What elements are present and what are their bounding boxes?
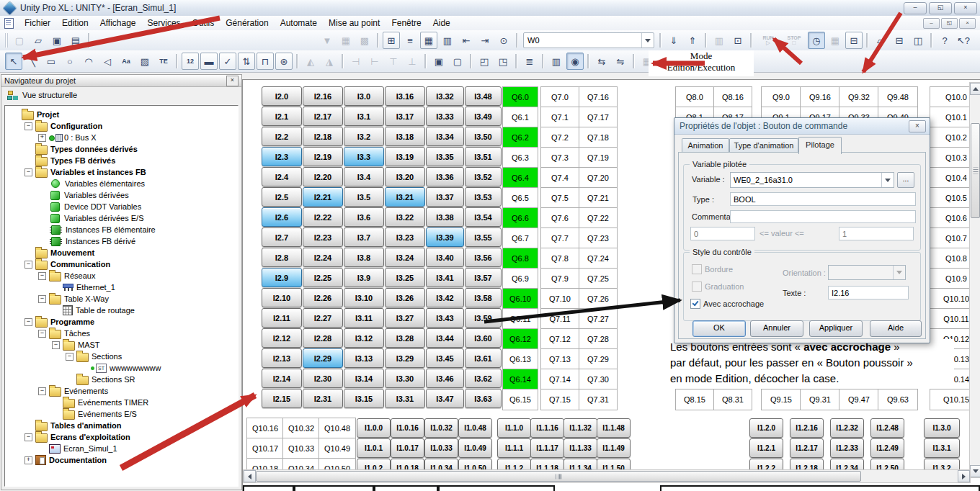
- input-button-I1.1.16[interactable]: I1.1.16: [530, 418, 564, 438]
- tree-expander-minus[interactable]: −: [52, 341, 60, 349]
- tile-vertical-icon[interactable]: ◫: [909, 32, 927, 49]
- flip-horizontal-icon[interactable]: ◭: [302, 53, 319, 70]
- input-button-I1.2.0[interactable]: I1.2.0: [749, 418, 783, 438]
- input-button-I3.13[interactable]: I3.13: [344, 348, 384, 368]
- horizontal-scroll-thumb[interactable]: [256, 471, 861, 482]
- ungroup-objects-icon[interactable]: ▢: [449, 53, 466, 70]
- variable-combo[interactable]: WE0_2_16a31.0: [730, 172, 894, 188]
- input-button-I3.31[interactable]: I3.31: [385, 389, 425, 408]
- plc-panel-icon[interactable]: ⊟: [845, 32, 863, 49]
- link-vertical-icon[interactable]: ⇋: [612, 53, 629, 70]
- properties-icon[interactable]: ≣: [521, 53, 538, 70]
- input-button-I2.12[interactable]: I2.12: [262, 328, 302, 348]
- tree-item-ev-nements[interactable]: −Evénements: [5, 385, 238, 397]
- input-button-I1.3.0[interactable]: I1.3.0: [924, 418, 960, 438]
- apply-button[interactable]: Appliquer: [809, 320, 863, 337]
- structural-view-icon[interactable]: ≡: [401, 32, 419, 49]
- io-table-icon[interactable]: ▦: [827, 32, 844, 49]
- graduation-checkbox[interactable]: [692, 281, 702, 292]
- input-button-I3.29[interactable]: I3.29: [385, 348, 425, 368]
- browse-variable-button[interactable]: ...: [897, 172, 914, 188]
- text-field-tool-icon[interactable]: TE: [155, 53, 172, 70]
- min-value-field[interactable]: 0: [690, 227, 755, 240]
- input-button-I3.6[interactable]: I3.6: [344, 207, 384, 227]
- simulation-mode-icon[interactable]: ◷: [808, 32, 825, 49]
- search-binoculars-icon[interactable]: ⊙: [495, 32, 512, 49]
- print-icon[interactable]: ▤: [67, 32, 84, 49]
- input-button-I3.61[interactable]: I3.61: [465, 348, 502, 368]
- input-button-I3.53[interactable]: I3.53: [465, 187, 502, 207]
- data-editor-icon[interactable]: ▦: [420, 32, 437, 49]
- tab-type-animation[interactable]: Type d'animation: [729, 138, 798, 153]
- input-button-I2.6[interactable]: I2.6: [262, 207, 302, 227]
- minimize-button[interactable]: –: [904, 2, 927, 14]
- input-button-I1.2.32[interactable]: I1.2.32: [830, 418, 864, 438]
- tree-item-communication[interactable]: −Communication: [5, 258, 238, 270]
- menu-services[interactable]: Services: [142, 17, 187, 30]
- input-button-I3.44[interactable]: I3.44: [426, 328, 464, 348]
- new-file-icon[interactable]: ▢: [11, 32, 28, 49]
- tree-expander-minus[interactable]: −: [24, 318, 32, 326]
- input-button-I3.49[interactable]: I3.49: [465, 107, 502, 126]
- menu-affichage[interactable]: Affichage: [94, 17, 142, 30]
- input-button-I3.57[interactable]: I3.57: [465, 268, 502, 287]
- group-objects-icon[interactable]: ▣: [430, 53, 447, 70]
- input-button-I3.56[interactable]: I3.56: [465, 248, 502, 267]
- context-help-icon[interactable]: ↖?: [955, 32, 972, 49]
- input-button-I2.0[interactable]: I2.0: [262, 86, 302, 106]
- input-button-I3.36[interactable]: I3.36: [426, 167, 464, 186]
- numeric-display-tool-icon[interactable]: 12: [182, 53, 199, 70]
- export-icon[interactable]: ⇥: [476, 32, 494, 49]
- input-button-I3.8[interactable]: I3.8: [344, 248, 384, 267]
- input-button-I2.19[interactable]: I2.19: [303, 147, 343, 166]
- input-button-I3.41[interactable]: I3.41: [426, 268, 464, 287]
- open-file-icon[interactable]: ▱: [30, 32, 47, 49]
- cascade-windows-icon[interactable]: ▱: [872, 32, 889, 49]
- transfer-from-plc-icon[interactable]: ⇑: [684, 32, 701, 49]
- input-button-I2.10[interactable]: I2.10: [262, 288, 302, 307]
- tree-item-instances-fb-l-mentaire[interactable]: Instances FB élémentaire: [5, 224, 238, 235]
- input-button-I2.3[interactable]: I2.3: [262, 147, 302, 166]
- input-button-I2.24[interactable]: I2.24: [303, 248, 343, 267]
- input-button-I3.25[interactable]: I3.25: [385, 268, 425, 287]
- close-button[interactable]: ×: [954, 2, 977, 14]
- input-button-I3.20[interactable]: I3.20: [385, 167, 425, 186]
- input-button-I2.22[interactable]: I2.22: [303, 207, 343, 227]
- chevron-down-icon[interactable]: [641, 33, 654, 48]
- input-button-I3.59[interactable]: I3.59: [465, 308, 502, 328]
- input-button-I3.42[interactable]: I3.42: [426, 288, 464, 307]
- mouse-action-icon[interactable]: ◉: [566, 53, 584, 70]
- toolbar-grip[interactable]: [5, 33, 8, 48]
- input-button-I2.21[interactable]: I2.21: [303, 187, 343, 207]
- input-button-I1.2.48[interactable]: I1.2.48: [870, 418, 904, 438]
- input-button-I1.0.33[interactable]: I1.0.33: [424, 438, 458, 458]
- tree-expander-minus[interactable]: −: [24, 168, 32, 176]
- menu-edition[interactable]: Edition: [56, 17, 94, 30]
- grid-bars-icon[interactable]: ▥: [548, 53, 565, 70]
- tree-item-sections[interactable]: −Sections: [5, 351, 238, 362]
- input-button-I2.31[interactable]: I2.31: [303, 389, 343, 408]
- tab-animation[interactable]: Animation: [682, 138, 729, 153]
- connect-plc-icon[interactable]: ⊡: [729, 32, 747, 49]
- tree-item-sections-sr[interactable]: Sections SR: [5, 374, 238, 385]
- ellipse-tool-icon[interactable]: ○: [61, 53, 79, 70]
- input-button-I2.15[interactable]: I2.15: [262, 389, 302, 408]
- input-button-I3.55[interactable]: I3.55: [465, 228, 502, 247]
- tree-item-mouvement[interactable]: Mouvement: [5, 247, 238, 258]
- input-button-I3.24[interactable]: I3.24: [385, 248, 425, 267]
- input-button-I3.37[interactable]: I3.37: [426, 187, 464, 207]
- memory-usage-icon[interactable]: ▥: [710, 32, 728, 49]
- input-button-I2.25[interactable]: I2.25: [303, 268, 343, 287]
- input-button-I3.14[interactable]: I3.14: [344, 369, 384, 388]
- input-button-I3.47[interactable]: I3.47: [426, 389, 464, 408]
- input-button-I3.16[interactable]: I3.16: [385, 86, 425, 106]
- input-button-I2.23[interactable]: I2.23: [303, 228, 343, 247]
- chevron-down-icon[interactable]: [881, 173, 894, 187]
- tree-expander-minus[interactable]: −: [24, 433, 32, 441]
- input-button-I1.0.48[interactable]: I1.0.48: [458, 418, 492, 438]
- align-bottom-icon[interactable]: ⊥: [404, 53, 421, 70]
- button-tool-icon[interactable]: ▬: [200, 53, 218, 70]
- input-button-I3.43[interactable]: I3.43: [426, 308, 464, 328]
- input-button-I1.1.33[interactable]: I1.1.33: [564, 438, 597, 458]
- bordure-checkbox[interactable]: [692, 264, 702, 274]
